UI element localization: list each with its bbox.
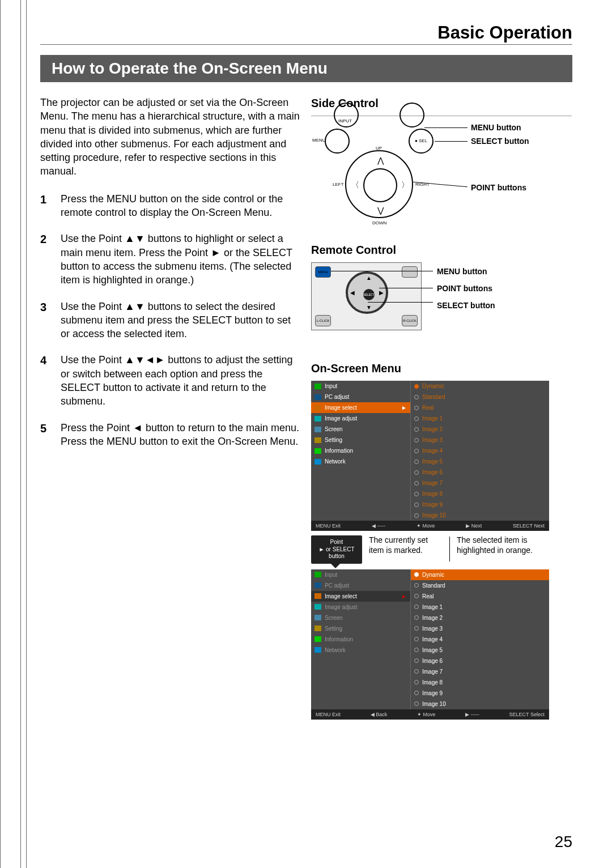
osm-right-item: Image 10 <box>411 699 549 709</box>
osm-right-item: Image 6 <box>411 467 549 478</box>
osm-right-item: Image 8 <box>411 488 549 499</box>
point-tag: Point ► or SELECT button <box>311 535 362 564</box>
osm-left-item: PC adjust <box>311 580 410 591</box>
osm-panel-2: InputPC adjustImage select►Image adjustS… <box>311 569 549 720</box>
remote-select-callout: SELECT button <box>437 301 495 310</box>
intro-text: The projector can be adjusted or set via… <box>40 96 301 178</box>
footer2-select: SELECT Select <box>509 712 545 717</box>
osm-right-item: Image 7 <box>411 478 549 488</box>
osm-right-item: Image 10 <box>411 510 549 521</box>
step-3: Use the Point ▲▼ buttons to select the d… <box>40 300 301 341</box>
osm-right-item: Real <box>411 402 549 413</box>
remote-rclick-icon: R-CLICK <box>402 315 418 326</box>
osm-right-item: Image 2 <box>411 612 549 623</box>
osm-left-item: Network <box>311 456 410 467</box>
chapter-heading: Basic Operation <box>40 23 572 45</box>
footer-select: SELECT Next <box>513 523 545 529</box>
remote-menu-icon: MENU <box>315 266 331 278</box>
osm-right-item: Dynamic <box>411 569 549 580</box>
step-2: Use the Point ▲▼ buttons to highlight or… <box>40 232 301 287</box>
up-arrow-icon: ⋀ <box>377 156 384 165</box>
osm-left-item: Screen <box>311 612 410 623</box>
osm-right-item: Image 9 <box>411 499 549 510</box>
step-4: Use the Point ▲▼◄► buttons to adjust the… <box>40 353 301 408</box>
osm-heading: On-Screen Menu <box>311 362 572 375</box>
footer2-move: ✦ Move <box>417 712 436 717</box>
osm-left-item: PC adjust <box>311 392 410 402</box>
input-button-icon <box>334 103 359 127</box>
osm-right-item: Image 5 <box>411 645 549 656</box>
footer-back: ◀ ----- <box>372 523 386 529</box>
osm-left-item: Setting <box>311 435 410 445</box>
osm-left-item: Information <box>311 634 410 645</box>
remote-menu-callout: MENU button <box>437 267 487 276</box>
osm-right-item: Image 8 <box>411 677 549 688</box>
osm-right-item: Image 6 <box>411 656 549 666</box>
menu-label: MENU <box>312 138 326 143</box>
step-1: Press the MENU button on the side contro… <box>40 192 301 220</box>
page-number: 25 <box>555 833 572 851</box>
note-selected: The selected item is highlighted in oran… <box>457 535 553 555</box>
osm-right-item: Image 1 <box>411 413 549 424</box>
osm-left-item: Input <box>311 569 410 580</box>
osm-right-item: Image 9 <box>411 688 549 699</box>
osm-left-item: Input <box>311 381 410 392</box>
osm-left-item: Screen <box>311 424 410 435</box>
osm-panel-1: InputPC adjustImage select►Image adjustS… <box>311 381 549 531</box>
osm-left-item: Image select► <box>311 591 410 602</box>
footer-move: ✦ Move <box>416 523 435 529</box>
osm-right-item: Image 3 <box>411 435 549 445</box>
remote-wheel-icon: SELECT ▲ ▼ ◀ ▶ <box>346 271 388 314</box>
osm-right-item: Standard <box>411 392 549 402</box>
osm-left-item: Image adjust <box>311 602 410 612</box>
left-arrow-icon: 〈 <box>351 180 359 190</box>
lamp-button-icon <box>400 103 424 127</box>
osm-right-item: Image 2 <box>411 424 549 435</box>
osm-right-item: Standard <box>411 580 549 591</box>
up-label: UP <box>376 146 382 151</box>
point-callout: POINT buttons <box>471 183 526 192</box>
menu-callout: MENU button <box>471 123 521 132</box>
select-callout: SELECT button <box>471 137 529 146</box>
remote-corner-icon <box>402 266 418 278</box>
section-title: How to Operate the On-Screen Menu <box>40 55 572 82</box>
left-label: LEFT <box>333 182 344 187</box>
select-button-icon: ● SEL <box>409 129 434 154</box>
right-arrow-icon: 〉 <box>401 180 409 190</box>
osm-right-item: Image 4 <box>411 445 549 456</box>
osm-right-item: Image 5 <box>411 456 549 467</box>
point-wheel-icon: ⋀ ⋁ 〈 〉 <box>345 150 413 218</box>
osm-right-item: Dynamic <box>411 381 549 392</box>
osm-right-item: Image 1 <box>411 602 549 612</box>
footer2-back: ◀ Back <box>371 712 388 717</box>
footer-exit: MENU Exit <box>316 523 341 529</box>
note-current: The currently set item is marked. <box>369 535 443 555</box>
osm-left-item: Image adjust <box>311 413 410 424</box>
footer2-next: ▶ ----- <box>465 712 479 717</box>
osm-right-item: Real <box>411 591 549 602</box>
remote-point-callout: POINT buttons <box>437 284 492 293</box>
remote-diagram: MENU L-CLICK R-CLICK SELECT ▲ ▼ ◀ ▶ MENU… <box>311 262 572 347</box>
down-label: DOWN <box>372 220 386 225</box>
osm-right-item: Image 3 <box>411 623 549 634</box>
remote-select-icon: SELECT <box>363 289 375 300</box>
footer2-exit: MENU Exit <box>316 712 341 717</box>
down-arrow-icon: ⋁ <box>377 206 384 215</box>
footer-next: ▶ Next <box>466 523 482 529</box>
osm-left-item: Information <box>311 445 410 456</box>
input-label: INPUT <box>338 118 352 124</box>
remote-heading: Remote Control <box>311 244 572 257</box>
osm-left-item: Network <box>311 645 410 656</box>
side-control-diagram: INPUT MENU ● SEL ⋀ ⋁ 〈 〉 UP DOWN LEFT RI… <box>311 116 572 229</box>
osm-right-item: Image 4 <box>411 634 549 645</box>
menu-button-icon <box>325 129 350 154</box>
osm-left-item: Setting <box>311 623 410 634</box>
osm-right-item: Image 7 <box>411 666 549 677</box>
osm-left-item: Image select► <box>311 402 410 413</box>
step-5: Press the Point ◄ button to return to th… <box>40 421 301 449</box>
remote-lclick-icon: L-CLICK <box>315 315 331 326</box>
